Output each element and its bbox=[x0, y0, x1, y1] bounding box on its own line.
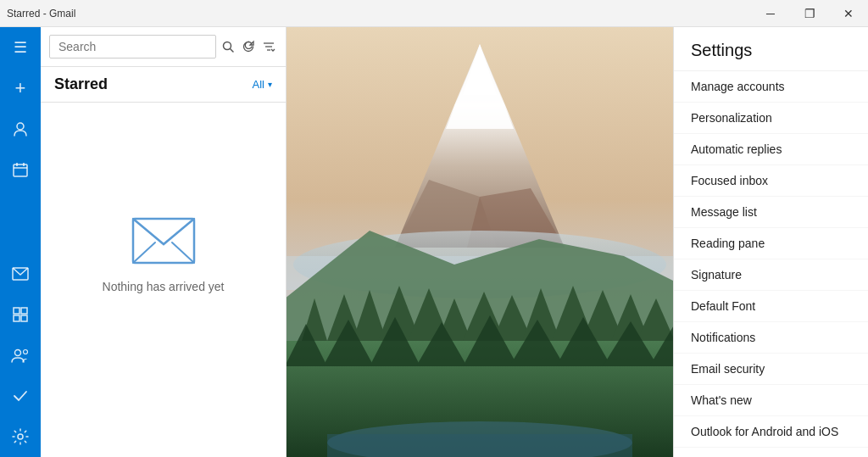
settings-whats-new[interactable]: What's new bbox=[674, 385, 868, 416]
settings-personalization[interactable]: Personalization bbox=[674, 103, 868, 134]
settings-help[interactable]: Help bbox=[674, 448, 868, 457]
settings-message-list[interactable]: Message list bbox=[674, 197, 868, 228]
title-bar: Starred - Gmail ─ ❐ ✕ bbox=[0, 0, 868, 27]
svg-point-11 bbox=[24, 350, 28, 354]
empty-envelope-icon bbox=[130, 215, 198, 266]
settings-icon[interactable] bbox=[0, 416, 41, 457]
nav-sidebar: ☰ + bbox=[0, 27, 41, 457]
svg-rect-54 bbox=[327, 434, 632, 457]
settings-focused-inbox[interactable]: Focused inbox bbox=[674, 165, 868, 197]
settings-automatic-replies[interactable]: Automatic replies bbox=[674, 134, 868, 165]
svg-point-10 bbox=[15, 350, 21, 356]
close-button[interactable]: ✕ bbox=[829, 0, 868, 27]
svg-rect-7 bbox=[21, 308, 27, 314]
search-bar bbox=[41, 27, 286, 67]
email-panel: Starred All ▾ Nothing has arrived yet bbox=[41, 27, 287, 457]
svg-point-12 bbox=[18, 434, 23, 439]
app-body: ☰ + bbox=[0, 27, 868, 457]
empty-message: Nothing has arrived yet bbox=[103, 280, 225, 293]
compose-icon[interactable]: + bbox=[0, 68, 41, 109]
panel-header: Starred All ▾ bbox=[41, 67, 286, 103]
settings-reading-pane[interactable]: Reading pane bbox=[674, 228, 868, 259]
window-controls: ─ ❐ ✕ bbox=[751, 0, 868, 27]
svg-point-0 bbox=[17, 123, 24, 130]
svg-line-19 bbox=[133, 242, 155, 263]
search-input[interactable] bbox=[49, 35, 216, 59]
settings-email-security[interactable]: Email security bbox=[674, 354, 868, 385]
svg-rect-9 bbox=[21, 315, 27, 321]
settings-signature[interactable]: Signature bbox=[674, 259, 868, 291]
mountain-background bbox=[287, 27, 673, 457]
grid-icon[interactable] bbox=[0, 294, 41, 335]
window-title: Starred - Gmail bbox=[7, 8, 75, 20]
starred-heading: Starred bbox=[54, 75, 108, 93]
check-icon[interactable] bbox=[0, 376, 41, 416]
empty-state: Nothing has arrived yet bbox=[41, 103, 286, 457]
settings-notifications[interactable]: Notifications bbox=[674, 322, 868, 354]
svg-line-20 bbox=[172, 242, 194, 263]
maximize-button[interactable]: ❐ bbox=[790, 0, 829, 27]
settings-panel: Settings Manage accounts Personalization… bbox=[673, 27, 868, 457]
svg-rect-6 bbox=[14, 308, 19, 314]
filter-button[interactable] bbox=[260, 34, 277, 59]
people-icon[interactable] bbox=[0, 335, 41, 376]
calendar-icon[interactable] bbox=[0, 149, 41, 190]
refresh-button[interactable] bbox=[240, 34, 257, 59]
minimize-button[interactable]: ─ bbox=[751, 0, 790, 27]
settings-title: Settings bbox=[674, 27, 868, 71]
chevron-down-icon: ▾ bbox=[268, 80, 272, 89]
svg-line-14 bbox=[231, 49, 234, 53]
settings-manage-accounts[interactable]: Manage accounts bbox=[674, 71, 868, 103]
svg-rect-8 bbox=[14, 315, 19, 321]
settings-outlook-mobile[interactable]: Outlook for Android and iOS bbox=[674, 416, 868, 448]
contacts-icon[interactable] bbox=[0, 109, 41, 149]
settings-default-font[interactable]: Default Font bbox=[674, 291, 868, 322]
svg-rect-1 bbox=[14, 164, 27, 176]
filter-label: All bbox=[253, 78, 264, 91]
search-button[interactable] bbox=[220, 34, 236, 59]
main-content bbox=[287, 27, 673, 457]
hamburger-menu-icon[interactable]: ☰ bbox=[0, 27, 41, 68]
filter-dropdown[interactable]: All ▾ bbox=[253, 78, 272, 91]
mail-icon[interactable] bbox=[0, 254, 41, 294]
